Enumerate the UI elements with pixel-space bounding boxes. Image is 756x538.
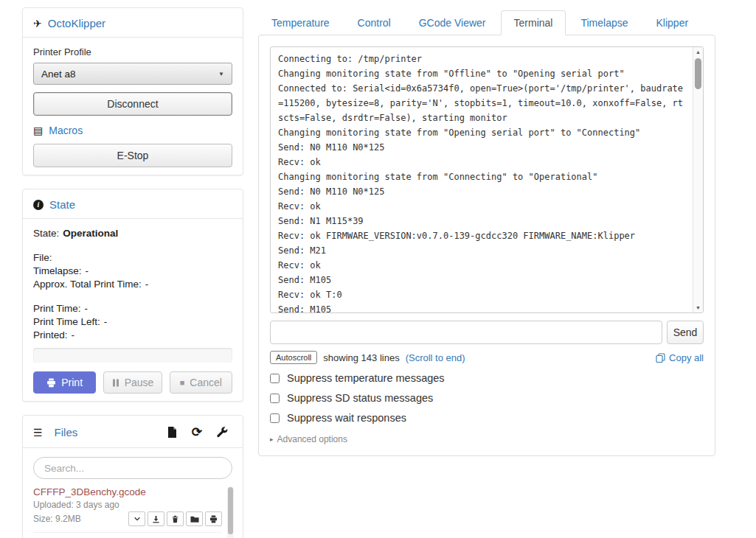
tab-temperature[interactable]: Temperature	[258, 10, 343, 35]
new-file-button[interactable]	[163, 425, 181, 439]
trash-icon	[171, 515, 179, 523]
files-panel: ☰ Files ⟳ CFFFP_3DBenchy.gcode Uploaded:…	[22, 415, 243, 538]
total-print-time-label: Approx. Total Print Time:	[33, 279, 142, 290]
refresh-icon: ⟳	[192, 425, 202, 439]
terminal-scrollbar-thumb[interactable]	[695, 58, 701, 89]
file-label: File:	[33, 252, 52, 263]
file-list-scrollbar[interactable]	[227, 486, 234, 538]
autoscroll-toggle[interactable]: Autoscroll	[270, 351, 317, 364]
print-actions: Print Pause ■ Cancel	[33, 371, 232, 394]
printer-profile-value: Anet a8	[41, 69, 76, 80]
file-download-button[interactable]	[148, 511, 164, 526]
line-count-text: showing 143 lines	[323, 352, 399, 363]
print-time-left-value: -	[104, 316, 108, 327]
advanced-options-toggle[interactable]: ▸ Advanced options	[270, 434, 704, 444]
printer-profile-select[interactable]: Anet a8 ▼	[33, 63, 232, 85]
print-icon	[46, 378, 56, 388]
connection-panel: ✈ OctoKlipper Printer Profile Anet a8 ▼ …	[22, 7, 243, 175]
suppress-temperature-checkbox[interactable]	[270, 374, 280, 383]
files-settings-button[interactable]	[212, 425, 232, 439]
tab-terminal[interactable]: Terminal	[501, 10, 566, 35]
file-folder-button[interactable]	[186, 511, 203, 526]
suppress-sd-row: Suppress SD status messages	[270, 392, 704, 404]
printer-profile-label: Printer Profile	[33, 46, 232, 57]
total-print-time-value: -	[145, 279, 149, 290]
file-expand-button[interactable]	[128, 511, 145, 526]
print-time-left-label: Print Time Left:	[33, 316, 100, 327]
tab-klipper[interactable]: Klipper	[643, 10, 702, 35]
suppress-wait-row: Suppress wait responses	[270, 412, 704, 424]
suppress-sd-checkbox[interactable]	[270, 394, 280, 403]
terminal-scrollbar[interactable]: ▲ ▼	[693, 47, 703, 312]
print-time-value: -	[85, 303, 89, 314]
printed-value: -	[72, 329, 75, 340]
send-button[interactable]: Send	[667, 321, 704, 344]
octoklipper-icon: ✈	[33, 18, 42, 29]
file-search-input[interactable]	[33, 457, 232, 479]
cancel-icon: ■	[180, 378, 185, 387]
divider	[23, 37, 243, 38]
file-name[interactable]: CFFFP_3DBenchy.gcode	[33, 486, 222, 497]
pause-icon	[112, 379, 119, 387]
file-actions	[128, 511, 222, 526]
file-print-button[interactable]	[205, 511, 222, 526]
info-icon: i	[33, 200, 44, 210]
file-uploaded: Uploaded: 3 days ago	[33, 500, 222, 510]
divider	[33, 532, 222, 533]
disconnect-button[interactable]: Disconnect	[33, 92, 232, 116]
copy-all-button[interactable]: Copy all	[656, 352, 704, 363]
pause-button-label: Pause	[125, 377, 154, 388]
chevron-down-icon: ▼	[218, 71, 224, 77]
print-button-label: Print	[61, 377, 83, 388]
app-title: OctoKlipper	[48, 17, 105, 29]
suppress-sd-label: Suppress SD status messages	[287, 392, 433, 404]
suppress-temperature-label: Suppress temperature messages	[287, 372, 445, 384]
file-list: CFFFP_3DBenchy.gcode Uploaded: 3 days ag…	[33, 486, 232, 538]
suppress-wait-label: Suppress wait responses	[287, 412, 406, 424]
scroll-down-icon[interactable]: ▼	[693, 305, 703, 310]
copy-all-label: Copy all	[669, 352, 704, 363]
timelapse-label: Timelapse:	[33, 265, 82, 276]
state-value: Operational	[63, 228, 118, 239]
terminal-tab-panel: Connecting to: /tmp/printer Changing mon…	[258, 35, 715, 456]
tab-control[interactable]: Control	[344, 10, 404, 35]
folder-icon	[190, 515, 199, 523]
print-button[interactable]: Print	[33, 371, 96, 394]
cancel-button[interactable]: ■ Cancel	[170, 371, 232, 394]
scroll-up-icon[interactable]: ▲	[693, 49, 703, 55]
file-list-item: CFFFP_3DBenchy.gcode Uploaded: 3 days ag…	[33, 486, 222, 533]
terminal-command-input[interactable]	[270, 321, 662, 344]
terminal-info-row: Autoscroll showing 143 lines (Scroll to …	[270, 351, 704, 364]
pause-button[interactable]: Pause	[103, 371, 162, 394]
timelapse-value: -	[86, 265, 89, 276]
tab-timelapse[interactable]: Timelapse	[567, 10, 641, 35]
print-progress-bar	[33, 348, 232, 363]
caret-right-icon: ▸	[270, 436, 274, 443]
file-delete-button[interactable]	[167, 511, 184, 526]
tab-bar: Temperature Control GCode Viewer Termina…	[258, 10, 715, 35]
estop-button[interactable]: E-Stop	[33, 144, 232, 167]
files-panel-header: ☰ Files ⟳	[33, 423, 232, 443]
suppress-wait-checkbox[interactable]	[270, 413, 280, 423]
divider	[23, 218, 243, 219]
file-size: Size: 9.2MB	[33, 514, 81, 524]
copy-icon	[656, 353, 665, 363]
refresh-files-button[interactable]: ⟳	[187, 425, 207, 440]
files-icon: ☰	[33, 427, 43, 438]
terminal-log[interactable]: Connecting to: /tmp/printer Changing mon…	[270, 46, 704, 313]
command-row: Send	[270, 321, 704, 344]
state-panel-title: State	[49, 198, 75, 211]
suppress-temperature-row: Suppress temperature messages	[270, 372, 704, 384]
tab-gcode-viewer[interactable]: GCode Viewer	[406, 10, 499, 35]
wrench-icon	[217, 427, 228, 438]
state-panel-header: i State	[33, 197, 232, 214]
printed-label: Printed:	[33, 329, 68, 340]
chevron-down-icon	[133, 515, 141, 523]
scroll-to-end-link[interactable]: (Scroll to end)	[406, 352, 465, 363]
file-list-scrollbar-thumb[interactable]	[228, 487, 233, 534]
print-time-label: Print Time:	[33, 303, 81, 314]
connection-panel-header: ✈ OctoKlipper	[33, 15, 232, 32]
files-panel-title: Files	[55, 426, 78, 439]
macros-link[interactable]: ▤ Macros	[33, 125, 232, 136]
terminal-log-text: Connecting to: /tmp/printer Changing mon…	[271, 47, 703, 313]
